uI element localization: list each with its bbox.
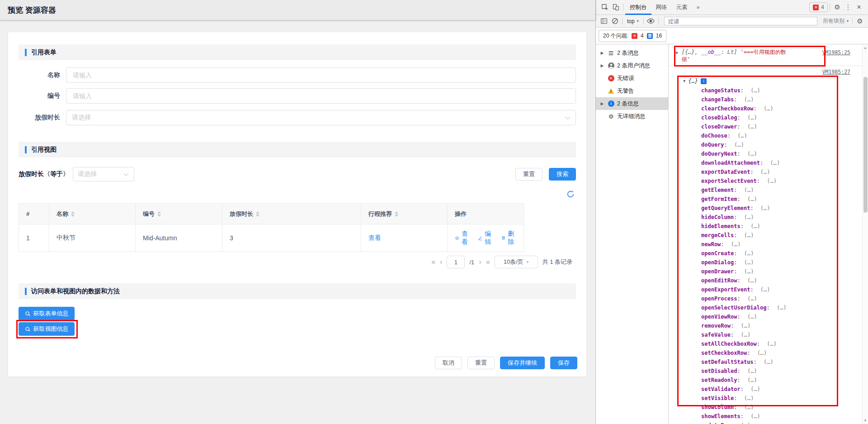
first-page-button[interactable]: « — [431, 258, 435, 266]
object-property[interactable]: setDisabled: (…) — [674, 367, 868, 376]
object-property[interactable]: setReadonly: (…) — [674, 376, 868, 385]
refresh-icon[interactable] — [566, 190, 575, 198]
sort-icon[interactable] — [157, 211, 161, 217]
expand-icon[interactable]: ▶ — [599, 51, 605, 55]
object-property[interactable]: doChoose: (…) — [674, 131, 868, 140]
object-property[interactable]: setVisible: (…) — [674, 394, 868, 403]
object-preview[interactable]: {…} — [688, 78, 698, 84]
tab-elements[interactable]: 元素 — [672, 0, 692, 15]
object-property[interactable]: hideColumn: (…) — [674, 213, 868, 222]
object-property[interactable]: newRow: (…) — [674, 240, 868, 249]
live-expression-eye-icon[interactable] — [646, 16, 656, 27]
context-selector[interactable]: top ▾ — [624, 18, 642, 24]
object-property[interactable]: openViewRow: (…) — [674, 312, 868, 321]
close-icon[interactable]: × — [854, 2, 864, 13]
source-link[interactable]: VM1985:27 — [822, 69, 850, 75]
error-count-button[interactable]: × 4 — [809, 2, 828, 12]
device-toolbar-icon[interactable] — [610, 2, 621, 13]
last-page-button[interactable]: » — [486, 258, 490, 266]
object-property[interactable]: exportSelectEvent: (…) — [674, 176, 868, 186]
object-property[interactable]: openDialog: (…) — [674, 258, 868, 267]
row-delete-button[interactable]: 删除 — [501, 230, 516, 246]
object-property[interactable]: showElements: (…) — [674, 412, 868, 421]
object-property[interactable]: openCreate: (…) — [674, 249, 868, 258]
name-input[interactable] — [72, 71, 570, 79]
object-property[interactable]: doQuery: (…) — [674, 140, 868, 149]
info-badge-icon[interactable]: i — [701, 78, 707, 84]
source-link[interactable]: VM1985:25 — [822, 49, 850, 56]
object-property[interactable]: openExportEvent: (…) — [674, 285, 868, 294]
search-button[interactable]: 搜索 — [549, 168, 576, 181]
scrollbar-thumb[interactable] — [863, 77, 868, 213]
object-property[interactable]: closeDialog: (…) — [674, 113, 868, 122]
object-property[interactable]: getElement: (…) — [674, 186, 868, 195]
object-property[interactable]: hideElements: (…) — [674, 222, 868, 231]
object-property[interactable]: openDrawer: (…) — [674, 267, 868, 276]
current-page[interactable]: 1 — [447, 256, 465, 268]
object-property[interactable]: changeTabs: (…) — [674, 95, 868, 104]
reset-query-button[interactable]: 重置 — [515, 168, 542, 181]
scroll-down-icon[interactable]: ▼ — [863, 419, 868, 423]
object-property[interactable]: setAllCheckboxRow: (…) — [674, 339, 868, 348]
trip-view-link[interactable]: 查看 — [368, 234, 381, 242]
row-view-button[interactable]: 查看 — [455, 230, 470, 246]
object-property[interactable]: removeRow: (…) — [674, 321, 868, 330]
save-continue-button[interactable]: 保存并继续 — [500, 357, 545, 369]
expand-icon[interactable]: ▶ — [599, 101, 605, 106]
cancel-button[interactable]: 取消 — [435, 357, 462, 369]
sort-icon[interactable] — [256, 211, 259, 217]
code-input[interactable] — [72, 92, 570, 100]
code-field[interactable] — [66, 88, 576, 104]
sort-icon[interactable] — [71, 211, 75, 217]
name-field[interactable] — [66, 67, 576, 83]
sidebar-item-messages[interactable]: ▶ 2 条消息 — [596, 47, 668, 59]
console-scrollbar[interactable]: ▲ ▼ — [862, 44, 868, 424]
object-property[interactable]: updateRow: (…) — [674, 421, 868, 424]
clear-console-icon[interactable] — [609, 16, 620, 27]
sidebar-item-user-messages[interactable]: ▶ 2 条用户消息 — [596, 59, 668, 72]
expand-icon[interactable]: ▶ — [676, 50, 678, 55]
settings-gear-icon[interactable]: ⚙ — [832, 2, 843, 13]
prev-page-button[interactable]: ‹ — [440, 258, 442, 266]
collapse-icon[interactable]: ▼ — [683, 79, 685, 83]
sidebar-item-no-verbose[interactable]: ⚙ 无详细消息 — [596, 110, 668, 123]
object-property[interactable]: closeDrawer: (…) — [674, 122, 868, 131]
scroll-up-icon[interactable]: ▲ — [863, 46, 868, 50]
object-property[interactable]: getFormItem: (…) — [674, 195, 868, 204]
object-property[interactable]: clearCheckboxRow: (…) — [674, 104, 868, 113]
more-tabs-button[interactable]: » — [692, 0, 704, 15]
object-property[interactable]: downloadAttachment: (…) — [674, 158, 868, 167]
get-view-info-button[interactable]: 获取视图信息 — [19, 322, 75, 336]
object-property[interactable]: getQueryElement: (…) — [674, 204, 868, 213]
object-property[interactable]: doQueryNext: (…) — [674, 149, 868, 158]
object-property[interactable]: openProcess: (…) — [674, 294, 868, 303]
query-select[interactable]: 请选择 — [73, 167, 134, 181]
object-property[interactable]: exportDataEvent: (…) — [674, 167, 868, 176]
save-button[interactable]: 保存 — [550, 357, 577, 369]
sidebar-item-no-errors[interactable]: × 无错误 — [596, 72, 668, 85]
inspect-element-icon[interactable] — [599, 2, 610, 13]
object-property[interactable]: mergeCells: (…) — [674, 231, 868, 240]
console-settings-gear-icon[interactable]: ⚙ — [854, 16, 865, 27]
object-property[interactable]: setCheckboxRow: (…) — [674, 348, 868, 357]
sidebar-item-info[interactable]: ▶ i 2 条信息 — [596, 97, 668, 110]
row-edit-button[interactable]: 编辑 — [478, 230, 493, 246]
duration-select[interactable]: 请选择 — [66, 110, 576, 125]
object-property[interactable]: changeStatus: (…) — [674, 86, 868, 95]
object-property[interactable]: openSelectUserDialog: (…) — [674, 303, 868, 312]
reset-button[interactable]: 重置 — [467, 357, 495, 369]
console-log-area[interactable]: VM1985:25 ▶ [{…}, __ob__: Lt] '===引用视图的数… — [669, 44, 868, 424]
tab-console[interactable]: 控制台 — [625, 0, 651, 15]
issues-count-button[interactable]: 20 个问题: × 4 16 — [599, 30, 666, 42]
sort-icon[interactable] — [395, 211, 398, 217]
console-sidebar-toggle-icon[interactable] — [599, 16, 609, 27]
object-property[interactable]: setDefaultStatus: (…) — [674, 357, 868, 367]
object-property[interactable]: showColumn: (…) — [674, 403, 868, 412]
menu-dots-icon[interactable]: ⋮ — [843, 2, 854, 13]
filter-field[interactable] — [664, 17, 817, 25]
get-form-info-button[interactable]: 获取表单信息 — [19, 307, 75, 320]
page-size-select[interactable]: 10条/页 ▾ — [495, 256, 538, 268]
object-property[interactable]: openEditRow: (…) — [674, 276, 868, 285]
next-page-button[interactable]: › — [479, 258, 481, 266]
log-levels-select[interactable]: 所有级别 ▾ — [821, 17, 850, 25]
